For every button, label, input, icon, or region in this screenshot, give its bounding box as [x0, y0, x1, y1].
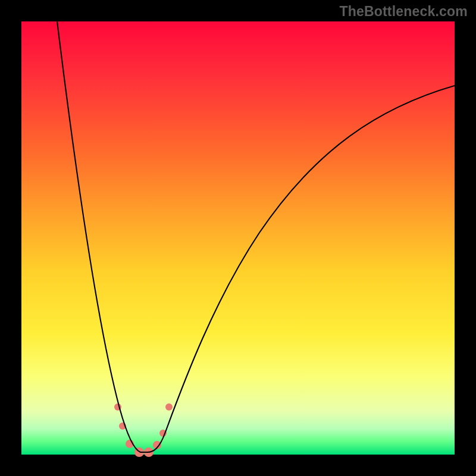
plot-area — [21, 21, 455, 455]
watermark-text: TheBottleneck.com — [339, 4, 468, 20]
curve-left-curve — [57, 21, 148, 452]
curve-right-curve — [148, 86, 455, 452]
curve-svg — [21, 21, 455, 455]
chart-frame: TheBottleneck.com — [0, 0, 476, 476]
curve-group — [57, 21, 455, 452]
marker-group — [114, 403, 173, 457]
trough-marker — [165, 403, 173, 411]
